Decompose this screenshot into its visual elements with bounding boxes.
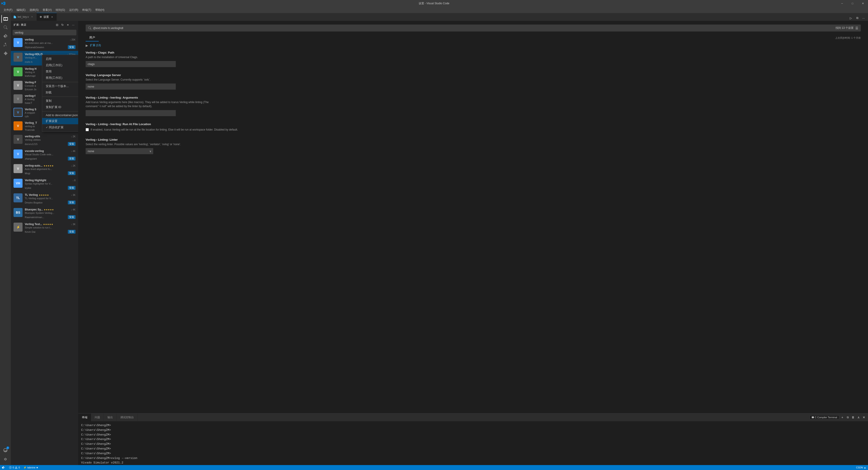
sidebar-more-btn[interactable]: ··· bbox=[71, 23, 75, 27]
ext-downloads: ↓ 4K bbox=[71, 208, 75, 211]
menu-item[interactable]: 编辑(E) bbox=[14, 8, 27, 12]
setting-description: A path to the installation of Universal … bbox=[86, 55, 221, 59]
ext-downloads: ↓ 25K bbox=[70, 38, 75, 41]
setting-input-ctags-path[interactable] bbox=[86, 61, 176, 67]
ctx-disable-workspace[interactable]: 禁用(工作区) bbox=[42, 75, 79, 81]
setting-group: Verilog › Linting: LinterSelect the veri… bbox=[86, 138, 434, 154]
ext-install-btn[interactable]: 安装 bbox=[68, 186, 75, 190]
ctx-copy[interactable]: 复制 bbox=[42, 98, 79, 104]
extension-item[interactable]: Vverilog↓ 25KAn extension aim at ma...Gt… bbox=[11, 36, 78, 51]
menu-item[interactable]: 转到(G) bbox=[54, 8, 67, 12]
setting-checkbox-row: If enabled, Icarus Verilog will be run a… bbox=[86, 128, 434, 132]
ctx-ext-settings[interactable]: 扩展设置 bbox=[42, 118, 79, 124]
ext-name: Verilog S bbox=[25, 108, 36, 111]
ext-install-btn[interactable]: 安装 bbox=[68, 157, 75, 161]
ext-description: TL-Verilog support for V... bbox=[25, 197, 75, 200]
full-title-bar: 设置 - Visual Studio Code ─ □ ✕ bbox=[0, 0, 434, 7]
ctx-enable[interactable]: 启用 bbox=[42, 56, 79, 62]
ctx-disable[interactable]: 禁用 bbox=[42, 68, 79, 75]
tab-bar: led_key.v ✕ 设置 ✕ ▷ ⧉ ··· bbox=[11, 13, 434, 21]
extension-item[interactable]: VHVerilog Highlight↓ 8Syntax highlighter… bbox=[11, 177, 78, 192]
ext-publisher: zhangyiant bbox=[25, 157, 37, 160]
menu-item[interactable]: 查看(V) bbox=[41, 8, 53, 12]
ext-publisher: dururu1215 bbox=[25, 143, 37, 145]
nav-expand-icon[interactable]: ▶ bbox=[86, 44, 88, 47]
ext-install-btn[interactable]: 安装 bbox=[68, 201, 75, 204]
setting-input-iverilog-arguments[interactable] bbox=[86, 110, 176, 116]
ext-downloads: ↓ 8 bbox=[72, 179, 75, 182]
extension-search-input[interactable] bbox=[12, 30, 76, 35]
ext-publisher: Kevin Dai bbox=[25, 231, 35, 233]
extension-item[interactable]: Vvscode-verilog↓ 4KVisual Studio Code ex… bbox=[11, 148, 78, 162]
ext-publisher: Ericson Jo bbox=[25, 88, 36, 91]
tab-settings[interactable]: 设置 ✕ bbox=[37, 13, 57, 21]
activity-debug[interactable] bbox=[1, 40, 9, 48]
ext-icon: VH bbox=[13, 179, 23, 188]
ext-install-btn[interactable]: 安装 bbox=[68, 142, 75, 146]
editor-area: @ext:mshr-h.veriloghdl 找到 13 个设置 ☰ 用户 上次… bbox=[79, 21, 434, 235]
setting-checkbox-iverilog-run-at-file[interactable] bbox=[86, 128, 89, 131]
ext-name: vscode-verilog bbox=[25, 149, 44, 153]
ext-publisher: IsaacT bbox=[25, 102, 32, 104]
ext-install-btn[interactable]: 安装 bbox=[68, 230, 75, 234]
setting-select-linting-linter[interactable]: noneiverilogverilatorxvlog bbox=[86, 148, 153, 154]
settings-groups-container: Verilog › Ctags: PathA path to the insta… bbox=[86, 51, 434, 154]
sidebar-sort-btn[interactable]: ≡ bbox=[66, 23, 70, 27]
extension-item[interactable]: TLTL Verilog★★★★★↓ 3KTL-Verilog support … bbox=[11, 192, 78, 206]
ext-downloads: ↓ 3K bbox=[71, 194, 75, 196]
ext-description: Verilog utilities bbox=[25, 138, 75, 141]
extension-item[interactable]: Vverilog-utils↓ 2KVerilog utilitiesdurur… bbox=[11, 133, 78, 148]
ext-publisher: leafvmapl bbox=[25, 74, 35, 77]
ext-name: Verilog_T bbox=[25, 121, 37, 125]
tab-ledkey-label: led_key.v bbox=[18, 15, 29, 19]
sidebar-filter-btn[interactable]: ⊟ bbox=[55, 23, 59, 27]
menu-item[interactable]: 选择(S) bbox=[28, 8, 40, 12]
ext-publisher: tzylee bbox=[25, 187, 31, 189]
activity-git[interactable] bbox=[1, 32, 9, 40]
ext-icon: V bbox=[13, 81, 23, 90]
content-row: 扩展: 商店 ⊟ ↻ ≡ ··· Vverilog↓ 25KAn extensi… bbox=[11, 21, 434, 235]
ctx-enable-workspace[interactable]: 启用(工作区) bbox=[42, 62, 79, 68]
tab-settings-close[interactable]: ✕ bbox=[50, 15, 54, 19]
ext-stars: ★★★★★ bbox=[44, 208, 54, 211]
setting-group: Verilog › Linting › Iverilog: ArgumentsA… bbox=[86, 96, 434, 116]
ext-icon: V bbox=[13, 135, 23, 144]
menu-item[interactable]: 运行(R) bbox=[67, 8, 80, 12]
ext-publisher: Gtylcara&Gewinn bbox=[25, 46, 44, 48]
extension-item[interactable]: ⚡Verilog Test...★★★★★↓ 3KSimple solution… bbox=[11, 221, 78, 235]
menu-item[interactable]: 文件(F) bbox=[2, 8, 14, 12]
menu-item[interactable]: 终端(T) bbox=[81, 8, 93, 12]
ctx-install-another[interactable]: 安装另一个版本... bbox=[42, 83, 79, 89]
ext-install-btn[interactable]: 安装 bbox=[68, 215, 75, 219]
breadcrumb-user[interactable]: 用户 bbox=[86, 34, 99, 41]
settings-breadcrumbs: 用户 bbox=[86, 34, 99, 42]
activity-search[interactable] bbox=[1, 24, 9, 32]
tab-settings-label: 设置 bbox=[43, 15, 49, 19]
setting-title: Verilog › Linting: Linter bbox=[86, 138, 434, 141]
nav-extensions-link[interactable]: 扩展 (13) bbox=[90, 43, 101, 47]
ext-icon: TL bbox=[13, 193, 23, 202]
ctx-add-devcontainer[interactable]: Add to devcontainer.json bbox=[42, 112, 79, 118]
ctx-sync-ext[interactable]: ✓ 同步此扩展 bbox=[42, 124, 79, 131]
ext-name: Verilog Highlight bbox=[25, 179, 46, 182]
sidebar-refresh-btn[interactable]: ↻ bbox=[60, 23, 65, 27]
settings-search-value: @ext:mshr-h.veriloghdl bbox=[93, 26, 434, 30]
activity-extensions[interactable] bbox=[1, 49, 9, 57]
ctx-sync-label: 同步此扩展 bbox=[49, 125, 64, 129]
setting-input-language-server[interactable] bbox=[86, 83, 176, 90]
ctx-uninstall[interactable]: 卸载 bbox=[42, 89, 79, 96]
ext-stars: ★★★★★ bbox=[43, 223, 53, 226]
ctx-copy-id[interactable]: 复制扩展 ID bbox=[42, 104, 79, 110]
ext-install-btn[interactable]: 安装 bbox=[68, 45, 75, 49]
ctx-sep1 bbox=[42, 82, 79, 82]
activity-explorer[interactable] bbox=[1, 15, 9, 23]
menu-item[interactable]: 帮助(H) bbox=[94, 8, 106, 12]
ext-icon: V bbox=[13, 67, 23, 76]
extension-item[interactable]: Vverilog-auto...★★★★★↓ 2KAuto lined alig… bbox=[11, 162, 78, 177]
setting-select-wrapper: noneiverilogverilatorxvlog∨ bbox=[86, 148, 153, 154]
tab-ledkey-close[interactable]: ✕ bbox=[30, 15, 34, 19]
ext-install-btn[interactable]: 安装 bbox=[68, 171, 75, 175]
extension-item[interactable]: BSBluespec Sy...★★★★★↓ 4KBluespec System… bbox=[11, 206, 78, 221]
tab-led-key[interactable]: led_key.v ✕ bbox=[11, 13, 37, 21]
ext-downloads: ↓ 2K bbox=[71, 135, 75, 138]
